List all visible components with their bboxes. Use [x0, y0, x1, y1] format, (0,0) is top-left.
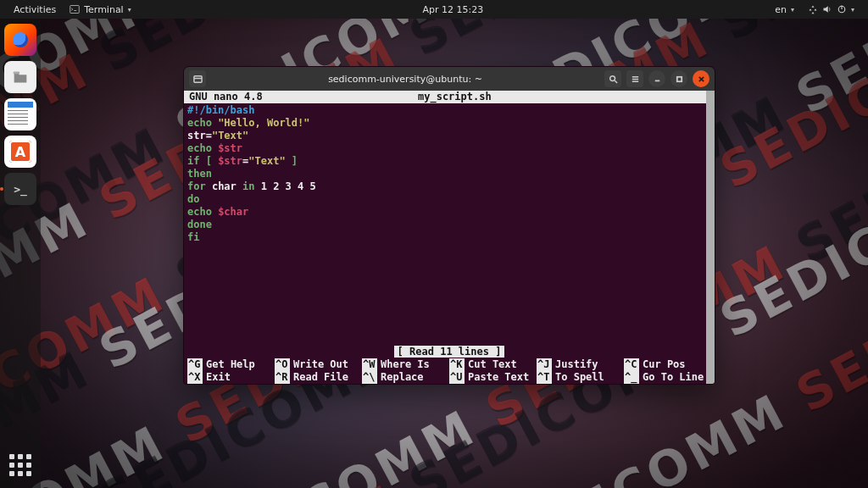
svg-rect-12: [676, 76, 681, 80]
terminal-window: sedicomm-university@ubuntu: ~ GNU nano 4…: [183, 66, 715, 385]
power-icon: [837, 4, 847, 14]
nano-editor-body[interactable]: #!/bin/bashecho "Hello, World!"str="Text…: [184, 103, 715, 244]
search-icon: [609, 75, 618, 84]
nano-help-item: ^JJustify: [537, 358, 624, 371]
menu-button[interactable]: [626, 70, 643, 87]
maximize-button[interactable]: [670, 70, 687, 87]
appmenu-label: Terminal: [84, 4, 124, 15]
terminal-content[interactable]: GNU nano 4.8 my_script.sh #!/bin/bashech…: [184, 91, 715, 384]
nano-help-item: ^WWhere Is: [362, 358, 449, 371]
nano-help-item: ^\Replace: [362, 371, 449, 384]
close-button[interactable]: [693, 70, 709, 87]
nano-help-item: ^_Go To Line: [624, 371, 711, 384]
dock-app-software[interactable]: [4, 136, 36, 168]
new-tab-button[interactable]: [189, 70, 206, 87]
input-source-button[interactable]: en ▾: [768, 4, 801, 15]
clock-button[interactable]: Apr 12 15:23: [416, 4, 491, 15]
search-button[interactable]: [604, 70, 621, 87]
new-tab-icon: [193, 75, 203, 84]
activities-label: Activities: [14, 4, 56, 15]
hamburger-icon: [631, 75, 640, 84]
nano-help-item: ^XExit: [187, 371, 275, 384]
dock-app-writer[interactable]: [4, 98, 36, 130]
running-indicator-icon: [0, 187, 3, 191]
gnome-topbar: Activities Terminal ▾ Apr 12 15:23 en ▾ …: [0, 0, 868, 19]
window-titlebar[interactable]: sedicomm-university@ubuntu: ~: [184, 67, 715, 91]
chevron-down-icon: ▾: [851, 6, 854, 14]
chevron-down-icon: ▾: [791, 6, 794, 14]
nano-help-item: ^OWrite Out: [275, 358, 362, 371]
window-scrollbar[interactable]: [706, 91, 715, 384]
nano-help-item: ^CCur Pos: [624, 358, 711, 371]
nano-status-text: [ Read 11 lines ]: [394, 346, 505, 358]
nano-help-item: ^TTo Spell: [537, 371, 624, 384]
dock-app-firefox[interactable]: [4, 24, 36, 56]
close-icon: [698, 75, 705, 83]
window-title: sedicomm-university@ubuntu: ~: [211, 74, 599, 85]
chevron-down-icon: ▾: [128, 6, 131, 14]
nano-status: [ Read 11 lines ]: [184, 346, 715, 358]
nano-help-bar: ^GGet Help^OWrite Out^WWhere Is^KCut Tex…: [184, 358, 715, 384]
svg-rect-0: [70, 6, 80, 14]
volume-icon: [822, 4, 832, 14]
svg-point-6: [609, 75, 615, 80]
nano-help-item: ^KCut Text: [449, 358, 537, 371]
show-applications-button[interactable]: [6, 451, 35, 480]
nano-help-item: ^GGet Help: [187, 358, 275, 371]
svg-rect-4: [193, 75, 201, 81]
clock-label: Apr 12 15:23: [423, 4, 484, 15]
nano-help-item: ^UPaste Text: [449, 371, 537, 384]
maximize-icon: [676, 75, 683, 83]
nano-header: GNU nano 4.8 my_script.sh: [184, 91, 715, 103]
files-icon: [11, 68, 30, 86]
terminal-small-icon: [70, 4, 80, 14]
network-icon: [808, 4, 818, 14]
dock-app-terminal[interactable]: [4, 173, 36, 205]
activities-button[interactable]: Activities: [7, 4, 63, 15]
svg-rect-3: [14, 72, 19, 75]
svg-line-7: [615, 80, 617, 83]
minimize-button[interactable]: [648, 70, 665, 87]
dock-app-files[interactable]: [4, 61, 36, 93]
appmenu-button[interactable]: Terminal ▾: [63, 4, 138, 15]
nano-help-item: ^RRead File: [275, 371, 362, 384]
dock: [0, 19, 41, 488]
nano-filename: my_script.sh: [263, 91, 647, 103]
nano-version: GNU nano 4.8: [184, 91, 263, 103]
input-source-label: en: [775, 4, 787, 15]
system-menu-button[interactable]: ▾: [801, 4, 861, 14]
minimize-icon: [654, 75, 661, 83]
